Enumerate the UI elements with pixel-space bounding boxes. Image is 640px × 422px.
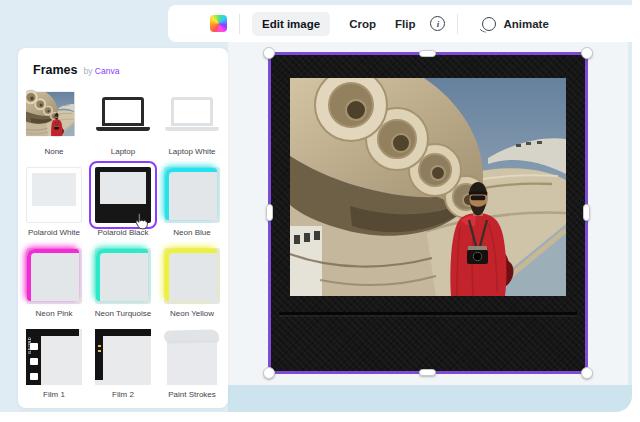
neon-blue-thumbnail bbox=[164, 167, 220, 223]
frame-option-neon-turquoise[interactable]: Neon Turquoise bbox=[89, 248, 157, 320]
polaroid-chin-line bbox=[279, 312, 577, 315]
frame-label: Neon Blue bbox=[173, 228, 210, 237]
laptop-thumbnail bbox=[95, 86, 151, 142]
neon-turquoise-thumbnail bbox=[95, 248, 151, 304]
frames-panel-header: Frames by Canva bbox=[18, 48, 228, 77]
canva-editor: Edit image Crop Flip i Animate Frames by… bbox=[0, 0, 640, 422]
frame-option-film-2[interactable]: Film 2 bbox=[89, 329, 157, 401]
frame-label: Laptop bbox=[111, 147, 135, 156]
selection-handle-bottom[interactable] bbox=[419, 369, 436, 376]
film-2-thumbnail bbox=[95, 329, 151, 385]
toolbar-divider bbox=[239, 14, 240, 34]
none-thumbnail bbox=[26, 86, 82, 142]
frame-label: Film 2 bbox=[112, 390, 134, 399]
frame-option-neon-yellow[interactable]: Neon Yellow bbox=[158, 248, 226, 320]
info-icon[interactable]: i bbox=[430, 16, 445, 31]
edit-image-button[interactable]: Edit image bbox=[252, 12, 330, 36]
byline-prefix: by bbox=[83, 66, 92, 76]
frame-label: Neon Pink bbox=[36, 309, 73, 318]
selection-handle-right[interactable] bbox=[583, 204, 590, 221]
canvas-polaroid-black-frame[interactable] bbox=[271, 55, 585, 371]
paint-strokes-thumbnail bbox=[164, 329, 220, 385]
neon-pink-thumbnail bbox=[26, 248, 82, 304]
selection-handle-top-right[interactable] bbox=[581, 47, 593, 59]
byline: by Canva bbox=[83, 66, 119, 76]
selected-image-element[interactable] bbox=[268, 52, 588, 374]
polaroid-black-thumbnail bbox=[95, 167, 151, 223]
selection-handle-bottom-left[interactable] bbox=[263, 367, 275, 379]
frame-option-laptop-white[interactable]: Laptop White bbox=[158, 86, 226, 158]
frame-option-laptop[interactable]: Laptop bbox=[89, 86, 157, 158]
frame-option-film-1[interactable]: ILFORD Film 1 bbox=[20, 329, 88, 401]
frame-option-paint-strokes[interactable]: Paint Strokes bbox=[158, 329, 226, 401]
flip-button[interactable]: Flip bbox=[395, 18, 415, 30]
toolbar-divider bbox=[457, 14, 458, 34]
frame-label: Laptop White bbox=[168, 147, 215, 156]
canva-link[interactable]: Canva bbox=[95, 66, 120, 76]
panel-title: Frames bbox=[33, 63, 77, 77]
selection-handle-top-left[interactable] bbox=[263, 47, 275, 59]
frame-label: Neon Yellow bbox=[170, 309, 214, 318]
neon-yellow-thumbnail bbox=[164, 248, 220, 304]
framed-photo bbox=[290, 78, 566, 296]
frames-panel: Frames by Canva None Laptop bbox=[18, 48, 228, 408]
animate-icon bbox=[482, 17, 496, 31]
frame-label: Film 1 bbox=[43, 390, 65, 399]
editor-toolbar: Edit image Crop Flip i Animate bbox=[168, 5, 640, 42]
polaroid-white-thumbnail bbox=[26, 167, 82, 223]
frames-grid: None Laptop Laptop White Polaroid White bbox=[20, 86, 226, 401]
crop-button[interactable]: Crop bbox=[349, 18, 376, 30]
frame-option-polaroid-white[interactable]: Polaroid White bbox=[20, 167, 88, 239]
frame-option-neon-pink[interactable]: Neon Pink bbox=[20, 248, 88, 320]
frame-label: Polaroid White bbox=[28, 228, 80, 237]
animate-button[interactable]: Animate bbox=[482, 17, 548, 31]
frame-label: Neon Turquoise bbox=[95, 309, 151, 318]
selection-handle-left[interactable] bbox=[266, 204, 273, 221]
color-filter-icon[interactable] bbox=[210, 15, 227, 32]
selection-handle-bottom-right[interactable] bbox=[581, 367, 593, 379]
frame-label: None bbox=[44, 147, 63, 156]
frame-label: Paint Strokes bbox=[168, 390, 216, 399]
film-1-thumbnail: ILFORD bbox=[26, 329, 82, 385]
frame-option-none[interactable]: None bbox=[20, 86, 88, 158]
selection-handle-top[interactable] bbox=[419, 50, 436, 57]
frame-option-polaroid-black-selected[interactable]: Polaroid Black bbox=[89, 167, 157, 239]
frame-option-neon-blue[interactable]: Neon Blue bbox=[158, 167, 226, 239]
laptop-white-thumbnail bbox=[164, 86, 220, 142]
canvas-bottom-strip bbox=[228, 385, 632, 412]
frame-label: Polaroid Black bbox=[97, 228, 148, 237]
animate-label: Animate bbox=[503, 18, 548, 30]
